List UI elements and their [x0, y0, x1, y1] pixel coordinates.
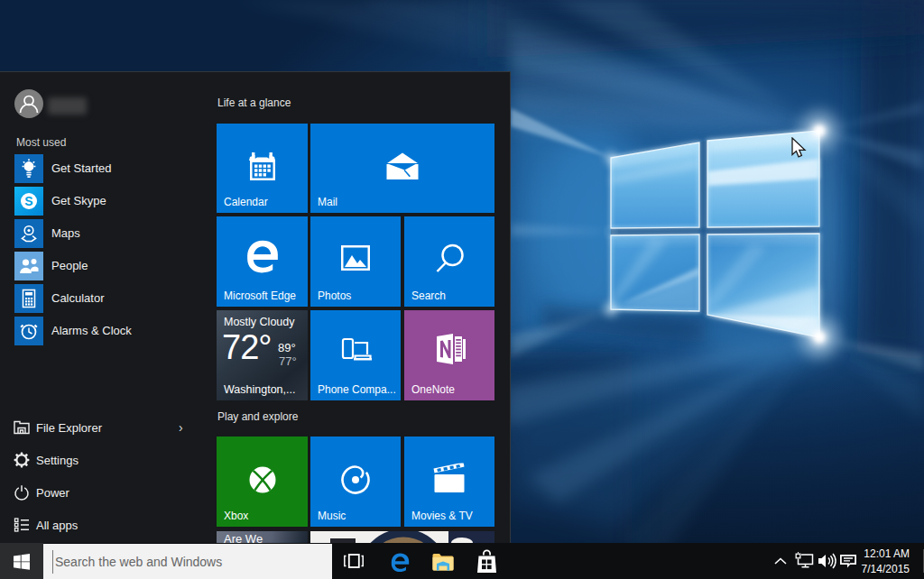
- svg-text:S: S: [24, 194, 32, 208]
